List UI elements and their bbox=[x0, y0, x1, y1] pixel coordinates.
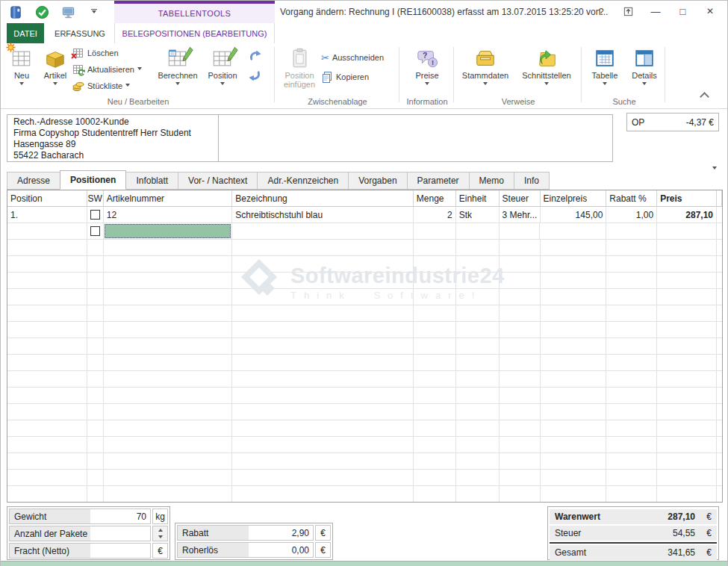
cell-position[interactable] bbox=[7, 223, 87, 240]
maximize-button[interactable]: □ bbox=[675, 4, 691, 19]
tab-belegpositionen[interactable]: BELEGPOSITIONEN (BEARBEITUNG) bbox=[114, 23, 275, 43]
position-button[interactable]: Position bbox=[201, 43, 244, 96]
column-header-steuer[interactable]: Steuer bbox=[500, 190, 541, 207]
customize-quick-access-dropdown[interactable] bbox=[87, 4, 102, 19]
aktualisieren-button[interactable]: Aktualisieren bbox=[72, 63, 155, 76]
selected-cell[interactable] bbox=[105, 224, 231, 238]
rabatt-value[interactable]: 2,90 bbox=[249, 526, 313, 540]
stepper-down-icon[interactable] bbox=[153, 534, 167, 541]
column-header-menge[interactable]: Menge bbox=[414, 190, 456, 207]
column-header-einheit[interactable]: Einheit bbox=[456, 190, 500, 207]
group-label-information: Information bbox=[402, 97, 452, 106]
secondary-address-panel[interactable] bbox=[218, 114, 613, 162]
tab-adr-kennzeichen[interactable]: Adr.-Kennzeichen bbox=[257, 172, 348, 190]
shipping-summary-box: Gewicht 70 kg Anzahl der Pakete Fracht (… bbox=[7, 506, 170, 560]
ausschneiden-button[interactable]: ✂ Ausschneiden bbox=[321, 51, 396, 64]
column-header-rabatt[interactable]: Rabatt % bbox=[606, 190, 657, 207]
kopieren-button[interactable]: Kopieren bbox=[321, 70, 396, 84]
cell-bezeichnung[interactable]: Schreibtischstuhl blau bbox=[232, 207, 413, 223]
chevron-down-icon bbox=[92, 10, 96, 16]
neu-button[interactable]: Neu bbox=[5, 43, 38, 96]
anzahl-pakete-stepper[interactable] bbox=[152, 526, 168, 541]
sw-checkbox[interactable] bbox=[90, 226, 100, 236]
sw-checkbox[interactable] bbox=[90, 210, 100, 220]
window-bottom-border bbox=[1, 561, 728, 566]
app-icon[interactable] bbox=[8, 4, 23, 19]
address-line: Rech.-Adresse 10002-Kunde bbox=[13, 116, 212, 128]
gesamt-value: 341,65 bbox=[668, 547, 695, 558]
tab-adresse[interactable]: Adresse bbox=[7, 172, 60, 190]
group-label-zwischenablage: Zwischenablage bbox=[278, 97, 397, 106]
column-header-einzelpreis[interactable]: Einzelpreis bbox=[541, 190, 607, 207]
chevron-down-icon bbox=[125, 84, 130, 89]
collapse-ribbon-button[interactable] bbox=[701, 91, 708, 98]
column-header-spacer bbox=[717, 190, 722, 207]
tab-info[interactable]: Info bbox=[514, 172, 550, 190]
column-header-artikelnummer[interactable]: Artikelnummer bbox=[104, 190, 233, 207]
fracht-row: Fracht (Netto) € bbox=[9, 543, 168, 559]
position-einfuegen-button[interactable]: Position einfügen bbox=[278, 43, 321, 96]
table-row-new bbox=[7, 223, 722, 240]
stepper-up-icon[interactable] bbox=[153, 526, 167, 534]
artikel-button[interactable]: Artikel bbox=[38, 43, 72, 96]
cell-einzelpreis[interactable]: 145,00 bbox=[541, 207, 607, 223]
position-table-edit-icon bbox=[211, 46, 234, 71]
column-header-preis[interactable]: Preis bbox=[657, 190, 717, 207]
loeschen-button[interactable]: Löschen bbox=[72, 46, 155, 60]
close-button[interactable]: ✕ bbox=[702, 4, 718, 19]
anzahl-pakete-value[interactable] bbox=[90, 526, 150, 541]
ribbon-separator bbox=[453, 47, 454, 102]
column-header-position[interactable]: Position bbox=[7, 190, 87, 207]
help-button[interactable]: ? bbox=[593, 4, 609, 19]
roherloes-value[interactable]: 0,00 bbox=[249, 543, 313, 557]
column-header-sw[interactable]: SW bbox=[87, 190, 104, 207]
tab-memo[interactable]: Memo bbox=[469, 172, 514, 190]
tab-vor-nachtext[interactable]: Vor- / Nachtext bbox=[178, 172, 257, 190]
stammdaten-button[interactable]: Stammdaten bbox=[459, 43, 511, 96]
ribbon-group-verweise: Stammdaten Schnittstellen Verweise bbox=[457, 43, 579, 108]
redo-button[interactable] bbox=[249, 69, 261, 82]
cell-position[interactable]: 1. bbox=[7, 207, 87, 223]
tab-erfassung[interactable]: ERFASSUNG bbox=[50, 23, 110, 43]
tab-positionen[interactable]: Positionen bbox=[60, 170, 126, 190]
more-tabs-dropdown[interactable] bbox=[712, 170, 717, 180]
rabatt-row: Rabatt 2,90 € bbox=[177, 525, 331, 541]
cell-steuer[interactable]: 3 Mehr... bbox=[500, 207, 541, 223]
fracht-value[interactable] bbox=[90, 544, 150, 558]
ribbon-separator bbox=[581, 47, 582, 102]
details-button[interactable]: Details bbox=[626, 43, 662, 96]
discount-summary-box: Rabatt 2,90 € Roherlös 0,00 € bbox=[175, 523, 333, 560]
cell-rabatt[interactable]: 1,00 bbox=[606, 207, 657, 223]
stueckliste-button[interactable]: Stückliste bbox=[72, 79, 155, 93]
minimize-button[interactable]: — bbox=[647, 4, 664, 19]
tab-parameter[interactable]: Parameter bbox=[407, 172, 469, 190]
gesamt-label: Gesamt bbox=[555, 547, 668, 558]
preise-button[interactable]: Preise bbox=[406, 43, 448, 96]
steuer-row: Steuer 54,55 € bbox=[550, 526, 717, 541]
cell-artikelnummer[interactable]: 12 bbox=[104, 207, 233, 223]
chevron-down-icon bbox=[19, 82, 24, 87]
undo-button[interactable] bbox=[249, 49, 261, 62]
refresh-table-icon bbox=[72, 63, 84, 75]
column-header-bezeichnung[interactable]: Bezeichnung bbox=[232, 190, 413, 207]
confirm-check-icon[interactable] bbox=[34, 4, 49, 19]
table-view-icon bbox=[594, 46, 616, 71]
gewicht-value[interactable]: 70 bbox=[90, 509, 150, 523]
berechnen-button[interactable]: Berechnen bbox=[155, 43, 201, 96]
tab-vorgaben[interactable]: Vorgaben bbox=[348, 172, 406, 190]
chevron-down-icon bbox=[137, 67, 142, 72]
monitor-icon[interactable] bbox=[60, 4, 75, 19]
cell-menge[interactable]: 2 bbox=[414, 207, 456, 223]
tabelle-button[interactable]: Tabelle bbox=[586, 43, 623, 96]
context-tool-header: TABELLENTOOLS bbox=[114, 1, 275, 23]
schnittstellen-button[interactable]: Schnittstellen bbox=[516, 43, 577, 96]
tab-datei[interactable]: DATEI bbox=[7, 23, 44, 43]
billing-address-panel[interactable]: Rech.-Adresse 10002-Kunde Firma Copyshop… bbox=[7, 114, 219, 162]
roherloes-unit: € bbox=[315, 542, 331, 558]
ribbon-display-options-button[interactable] bbox=[620, 4, 637, 19]
address-line: Firma Copyshop Studententreff Herr Stude… bbox=[13, 128, 212, 139]
cell-preis[interactable]: 287,10 bbox=[657, 207, 717, 223]
tab-infoblatt[interactable]: Infoblatt bbox=[125, 172, 178, 190]
cell-einheit[interactable]: Stk bbox=[456, 207, 500, 223]
cell-sw bbox=[87, 207, 104, 223]
